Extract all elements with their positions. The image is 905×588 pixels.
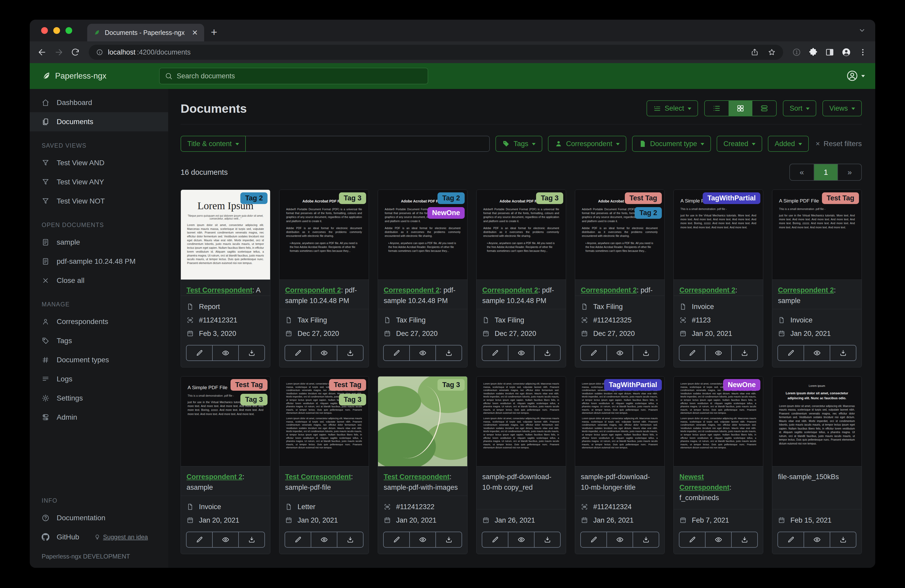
- sidebar-item-pdf-sample-10-24-48-pm[interactable]: pdf-sample 10.24.48 PM: [30, 252, 168, 271]
- download-button[interactable]: [830, 346, 856, 360]
- menu-kebab-icon[interactable]: [858, 48, 867, 57]
- document-thumbnail[interactable]: Adobe Acrobat PDF FilesAdobe® Portable D…: [378, 190, 467, 280]
- tag-badge[interactable]: TagWithPartial: [703, 192, 761, 204]
- window-zoom-button[interactable]: [65, 27, 72, 34]
- edit-button[interactable]: [778, 532, 803, 547]
- sidebar-item-document-types[interactable]: Document types: [30, 350, 168, 369]
- correspondent-link[interactable]: Test Correspondent: [384, 473, 450, 481]
- sidebar-item-documents[interactable]: Documents: [30, 112, 168, 132]
- tag-badge[interactable]: Test Tag: [625, 192, 662, 204]
- created-filter-button[interactable]: Created: [717, 136, 762, 152]
- document-thumbnail[interactable]: A Simple PDF FileThis is a small demonst…: [674, 190, 763, 280]
- download-button[interactable]: [633, 346, 659, 360]
- tag-badge[interactable]: Tag 2: [438, 192, 465, 204]
- new-tab-button[interactable]: +: [211, 27, 218, 38]
- search-input[interactable]: [177, 72, 422, 80]
- document-thumbnail[interactable]: Lorem ipsum dolor sit amet, consectetur …: [279, 377, 369, 466]
- view-button[interactable]: [311, 532, 337, 547]
- edit-button[interactable]: [581, 532, 607, 547]
- sidebar-item-settings[interactable]: Settings: [30, 388, 168, 408]
- document-thumbnail[interactable]: Lorem ipsum dolor sit amet, consectetur …: [575, 377, 664, 466]
- chevron-down-icon[interactable]: [857, 26, 867, 35]
- tag-badge[interactable]: Tag 3: [339, 192, 366, 204]
- tag-badge[interactable]: Tag 3: [339, 394, 366, 406]
- download-button[interactable]: [238, 532, 264, 547]
- document-thumbnail[interactable]: Adobe Acrobat PDF FilesAdobe® Portable D…: [575, 190, 664, 280]
- view-button[interactable]: [212, 532, 238, 547]
- view-button[interactable]: [803, 532, 830, 547]
- app-brand[interactable]: Paperless-ngx: [30, 71, 106, 81]
- document-thumbnail[interactable]: A Simple PDF FileThis is a small demonst…: [181, 377, 270, 466]
- view-button[interactable]: [508, 346, 534, 360]
- reset-filters-button[interactable]: × Reset filters: [816, 139, 862, 148]
- download-button[interactable]: [238, 346, 264, 360]
- tag-badge[interactable]: Test Tag: [230, 379, 268, 391]
- view-button[interactable]: [508, 532, 534, 547]
- download-button[interactable]: [435, 346, 462, 360]
- title-content-filter-button[interactable]: Title & content: [181, 136, 246, 152]
- sidebar-item-tags[interactable]: Tags: [30, 331, 168, 350]
- profile-avatar-icon[interactable]: [841, 48, 851, 57]
- edit-button[interactable]: [187, 532, 212, 547]
- download-button[interactable]: [435, 532, 462, 547]
- browser-tab[interactable]: Documents - Paperless-ngx ✕: [87, 24, 204, 41]
- correspondent-filter-button[interactable]: Correspondent: [548, 136, 626, 152]
- download-button[interactable]: [337, 532, 363, 547]
- correspondent-link[interactable]: Test Correspondent: [285, 473, 351, 481]
- document-type-filter-button[interactable]: Document type: [632, 136, 711, 152]
- tag-badge[interactable]: Tag 2: [635, 207, 662, 219]
- view-button[interactable]: [409, 346, 435, 360]
- window-close-button[interactable]: [41, 27, 48, 34]
- url-bar[interactable]: localhost:4200/documents: [89, 45, 783, 60]
- sidebar-item-documentation[interactable]: Documentation: [30, 508, 168, 528]
- document-thumbnail[interactable]: Adobe Acrobat PDF FilesAdobe® Portable D…: [476, 190, 566, 280]
- tag-badge[interactable]: Tag 3: [240, 394, 268, 406]
- download-button[interactable]: [337, 346, 363, 360]
- sidebar-item-sample[interactable]: sample: [30, 233, 168, 252]
- tag-badge[interactable]: Tag 3: [438, 379, 465, 391]
- edit-button[interactable]: [187, 346, 212, 360]
- tag-badge[interactable]: NewOne: [427, 207, 465, 219]
- view-button[interactable]: [705, 532, 731, 547]
- pagination-next-button[interactable]: »: [837, 164, 861, 180]
- share-icon[interactable]: [751, 48, 759, 56]
- edit-button[interactable]: [482, 346, 508, 360]
- view-button[interactable]: [409, 532, 435, 547]
- side-panel-icon[interactable]: [825, 48, 834, 57]
- view-button[interactable]: [705, 346, 731, 360]
- added-filter-button[interactable]: Added: [768, 136, 809, 152]
- correspondent-link[interactable]: Correspondent 2: [384, 286, 440, 294]
- correspondent-link[interactable]: Test Correspondent: [187, 286, 252, 294]
- tag-badge[interactable]: TagWithPartial: [604, 379, 662, 391]
- view-grid-button[interactable]: [729, 101, 753, 116]
- document-thumbnail[interactable]: Lorem Ipsum"Neque porro quisquam est qui…: [181, 190, 270, 280]
- sort-button[interactable]: Sort: [783, 100, 816, 116]
- view-list-button[interactable]: [705, 101, 729, 116]
- password-manager-icon[interactable]: [792, 48, 801, 57]
- edit-button[interactable]: [680, 346, 705, 360]
- edit-button[interactable]: [285, 346, 311, 360]
- download-button[interactable]: [633, 532, 659, 547]
- sidebar-item-test-view-and[interactable]: Test View AND: [30, 153, 168, 173]
- tag-badge[interactable]: NewOne: [723, 379, 761, 391]
- tag-badge[interactable]: Test Tag: [329, 379, 366, 391]
- edit-button[interactable]: [482, 532, 508, 547]
- edit-button[interactable]: [680, 532, 705, 547]
- sidebar-item-correspondents[interactable]: Correspondents: [30, 312, 168, 331]
- correspondent-link[interactable]: Correspondent 2: [482, 286, 538, 294]
- document-thumbnail[interactable]: Lorem ipsumLorem ipsum dolor sit amet, c…: [772, 377, 862, 466]
- sidebar-item-test-view-any[interactable]: Test View ANY: [30, 173, 168, 192]
- tags-filter-button[interactable]: Tags: [495, 136, 542, 152]
- correspondent-link[interactable]: Correspondent 2: [581, 286, 637, 294]
- document-thumbnail[interactable]: Tag 3: [378, 377, 467, 466]
- views-button[interactable]: Views: [822, 100, 862, 116]
- sidebar-item-admin[interactable]: Admin: [30, 408, 168, 427]
- edit-button[interactable]: [778, 346, 803, 360]
- correspondent-link[interactable]: Correspondent 2: [778, 286, 834, 294]
- download-button[interactable]: [830, 532, 856, 547]
- download-button[interactable]: [731, 346, 757, 360]
- sidebar-item-github[interactable]: GitHubSuggest an idea: [30, 528, 168, 547]
- window-minimize-button[interactable]: [53, 27, 60, 34]
- back-icon[interactable]: [38, 48, 47, 57]
- document-thumbnail[interactable]: Lorem ipsum dolor sit amet, consectetur …: [674, 377, 763, 466]
